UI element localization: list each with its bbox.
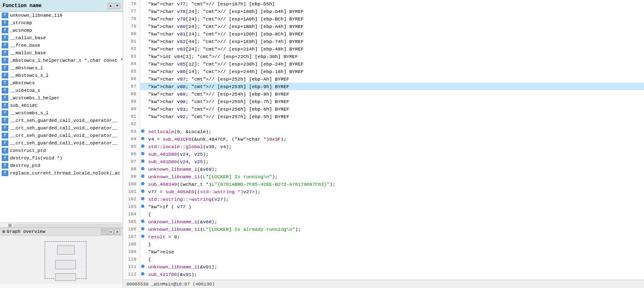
table-row[interactable]: 97sub_401D80(v24, v25); — [123, 158, 644, 165]
breakpoint-dot[interactable] — [140, 8, 146, 15]
table-row[interactable]: 96sub_401D80(v24, v25); — [123, 150, 644, 158]
function-item[interactable]: f_strncmp — [0, 19, 123, 27]
breakpoint-dot[interactable] — [140, 45, 146, 53]
function-item[interactable]: funknown_libname_116 — [0, 12, 123, 19]
breakpoint-dot[interactable] — [140, 128, 146, 135]
breakpoint-dot[interactable] — [140, 173, 146, 180]
function-item[interactable]: f_mbstowcs — [0, 79, 123, 87]
code-editor[interactable]: 76"kw">char v77; "cmt">// [esp+187h] [eb… — [123, 0, 644, 280]
graph-restore-btn[interactable]: □ — [101, 229, 107, 235]
breakpoint-dot[interactable] — [140, 90, 146, 98]
breakpoint-dot[interactable] — [140, 60, 146, 68]
breakpoint-dot[interactable] — [140, 38, 146, 45]
function-item[interactable]: f__crt_seh_guarded_call_void__operator__ — [0, 117, 123, 124]
breakpoint-dot[interactable] — [140, 15, 146, 23]
breakpoint-dot[interactable] — [140, 150, 146, 158]
function-item[interactable]: f__mbstowcs_l — [0, 64, 123, 72]
breakpoint-dot[interactable] — [140, 113, 146, 120]
function-item[interactable]: fconstruct_ptd — [0, 147, 123, 154]
breakpoint-dot[interactable] — [140, 53, 146, 60]
breakpoint-dot[interactable] — [140, 240, 146, 248]
function-item[interactable]: fdestroy_fls(void *) — [0, 154, 123, 162]
function-item[interactable]: freplace_current_thread_locale_nolock(_a… — [0, 169, 123, 177]
breakpoint-dot[interactable] — [140, 203, 146, 210]
breakpoint-dot[interactable] — [140, 188, 146, 195]
table-row[interactable]: 82"kw">char v83[24]; "cmt">// [esp+214h]… — [123, 45, 644, 53]
breakpoint-dot[interactable] — [140, 105, 146, 113]
table-row[interactable]: 110{ — [123, 255, 644, 263]
function-item[interactable]: f__calloc_base — [0, 34, 123, 42]
breakpoint-dot[interactable] — [140, 263, 146, 270]
function-item[interactable]: f__free_base — [0, 42, 123, 49]
table-row[interactable]: 79"kw">char v80[24]; "cmt">// [esp+1B8h]… — [123, 23, 644, 30]
table-row[interactable]: 89"kw">char v90; "cmt">// [esp+255h] [eb… — [123, 98, 644, 105]
table-row[interactable]: 106 unknown_libname_11(L"[LOCKER] Is alr… — [123, 225, 644, 233]
table-row[interactable]: 92 — [123, 120, 644, 128]
function-item[interactable]: f__ui64toa_s — [0, 87, 123, 94]
table-row[interactable]: 105 unknown_libname_1(&v68); — [123, 218, 644, 225]
table-row[interactable]: 90"kw">char v91; "cmt">// [esp+256h] [eb… — [123, 105, 644, 113]
table-row[interactable]: 76"kw">char v77; "cmt">// [esp+187h] [eb… — [123, 0, 644, 8]
breakpoint-dot[interactable] — [140, 233, 146, 240]
table-row[interactable]: 93setlocale(0, &Locale); — [123, 128, 644, 135]
table-row[interactable]: 101v77 = sub_405AE0((std::wstring *)v27>… — [123, 188, 644, 195]
function-item[interactable]: f__crt_seh_guarded_call_void__operator__ — [0, 139, 123, 147]
breakpoint-dot[interactable] — [140, 30, 146, 38]
table-row[interactable]: 86"kw">char v87; "cmt">// [esp+252h] [eb… — [123, 75, 644, 83]
table-row[interactable]: 109"kw">else — [123, 248, 644, 255]
breakpoint-dot[interactable] — [140, 158, 146, 165]
table-row[interactable]: 80"kw">char v81[24]; "cmt">// [esp+1D0h]… — [123, 30, 644, 38]
function-item[interactable]: fdestroy_ptd — [0, 162, 123, 169]
breakpoint-dot[interactable] — [140, 180, 146, 188]
table-row[interactable]: 99unknown_libname_11(L"[LOCKER] Is runni… — [123, 173, 644, 180]
table-row[interactable]: 111 unknown_libname_1(&v91); — [123, 263, 644, 270]
table-row[interactable]: 100sub_408340((wchar_t *)L"{8761ABBD-7F8… — [123, 180, 644, 188]
breakpoint-dot[interactable] — [140, 83, 146, 90]
breakpoint-dot[interactable] — [140, 120, 146, 128]
breakpoint-dot[interactable] — [140, 165, 146, 173]
breakpoint-dot[interactable] — [140, 218, 146, 225]
breakpoint-dot[interactable] — [140, 210, 146, 218]
table-row[interactable]: 84"kw">char v85[12]; "cmt">// [esp+238h]… — [123, 60, 644, 68]
table-row[interactable]: 81"kw">char v82[44]; "cmt">// [esp+1E8h]… — [123, 38, 644, 45]
breakpoint-dot[interactable] — [140, 270, 146, 278]
breakpoint-dot[interactable] — [140, 195, 146, 203]
horizontal-scrollbar[interactable] — [0, 222, 123, 227]
function-item[interactable]: f_wcstombs_l_helper — [0, 94, 123, 102]
table-row[interactable]: 103"kw">if ( v77 ) — [123, 203, 644, 210]
breakpoint-dot[interactable] — [140, 135, 146, 143]
table-row[interactable]: 87"kw">char v88; "cmt">// [esp+253h] [eb… — [123, 83, 644, 90]
table-row[interactable]: 95std::locale::global(v36, v4); — [123, 143, 644, 150]
graph-close-btn[interactable]: ✕ — [114, 229, 120, 235]
function-item[interactable]: f_wcsncmp — [0, 27, 123, 34]
table-row[interactable]: 112 sub_4217D0(&v91); — [123, 270, 644, 278]
table-row[interactable]: 98unknown_libname_1(&v69); — [123, 165, 644, 173]
function-list[interactable]: funknown_libname_116f_strncmpf_wcsncmpf_… — [0, 12, 123, 222]
function-item[interactable]: f_mbstowcs_l_helper(wchar_t *,char const… — [0, 57, 123, 64]
breakpoint-dot[interactable] — [140, 143, 146, 150]
table-row[interactable]: 83"kw">int v84[3]; "cmt">// [esp+22Ch] [… — [123, 53, 644, 60]
function-item[interactable]: f__malloc_base — [0, 49, 123, 57]
table-row[interactable]: 91"kw">char v92; "cmt">// [esp+257h] [eb… — [123, 113, 644, 120]
table-row[interactable]: 85"kw">char v86[14]; "cmt">// [esp+244h]… — [123, 68, 644, 75]
breakpoint-dot[interactable] — [140, 225, 146, 233]
breakpoint-dot[interactable] — [140, 98, 146, 105]
breakpoint-dot[interactable] — [140, 248, 146, 255]
function-item[interactable]: f__mbstowcs_s_l — [0, 72, 123, 79]
table-row[interactable]: 77"kw">char v78[24]; "cmt">// [esp+188h]… — [123, 8, 644, 15]
graph-minimize-btn[interactable]: ▭ — [108, 229, 114, 235]
table-row[interactable]: 108} — [123, 240, 644, 248]
table-row[interactable]: 94v4 = sub_401CF0(&unk_4847CF, ("kw">cha… — [123, 135, 644, 143]
function-item[interactable]: fsub_46118C — [0, 102, 123, 109]
table-row[interactable]: 88"kw">char v89; "cmt">// [esp+254h] [eb… — [123, 90, 644, 98]
breakpoint-dot[interactable] — [140, 0, 146, 8]
breakpoint-dot[interactable] — [140, 23, 146, 30]
table-row[interactable]: 78"kw">char v79[24]; "cmt">// [esp+1A0h]… — [123, 15, 644, 23]
table-row[interactable]: 104{ — [123, 210, 644, 218]
scroll-down-btn[interactable]: ▼ — [114, 3, 120, 9]
table-row[interactable]: 107 result = 0; — [123, 233, 644, 240]
breakpoint-dot[interactable] — [140, 68, 146, 75]
table-row[interactable]: 102std::wstring::~wstring(v27); — [123, 195, 644, 203]
function-item[interactable]: f__crt_seh_guarded_call_void__operator__ — [0, 124, 123, 132]
scroll-up-btn[interactable]: ▲ — [108, 3, 114, 9]
